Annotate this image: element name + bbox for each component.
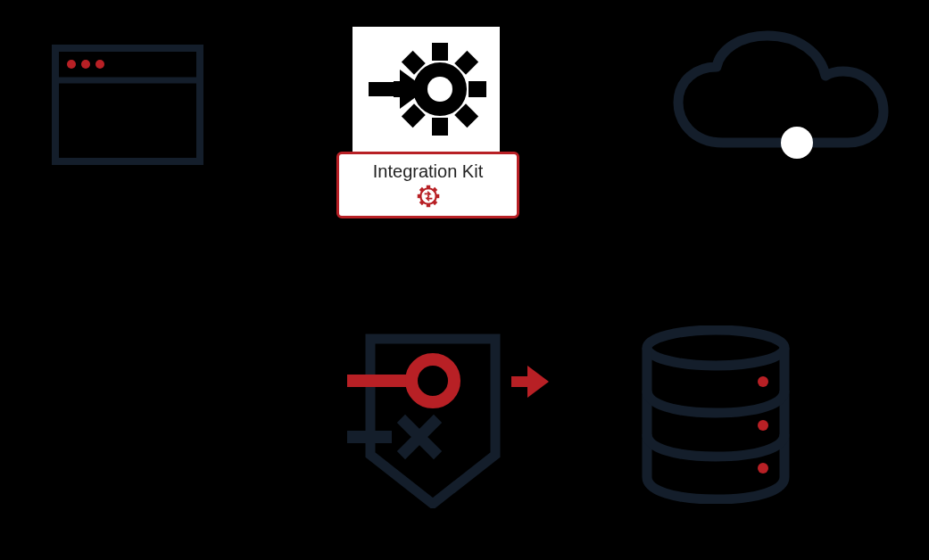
svg-rect-23 [419,200,424,205]
svg-rect-0 [55,48,200,161]
database-icon [638,325,794,504]
svg-rect-24 [432,200,437,205]
svg-point-37 [758,376,768,387]
svg-marker-33 [527,366,549,398]
integration-kit-label: Integration Kit [373,161,483,182]
svg-rect-32 [511,376,529,387]
svg-point-3 [81,60,90,69]
svg-rect-19 [426,203,429,207]
svg-point-38 [758,420,768,431]
svg-point-28 [411,359,454,402]
firewall-access-icon [344,330,553,508]
svg-point-39 [758,463,768,474]
svg-rect-21 [417,194,420,198]
svg-point-26 [781,127,813,159]
svg-rect-22 [432,187,437,193]
svg-rect-27 [347,375,414,387]
svg-rect-9 [469,81,486,97]
svg-rect-20 [435,194,438,198]
svg-rect-15 [369,82,404,96]
svg-rect-31 [347,431,392,443]
cloud-icon [665,27,892,169]
integration-kit-box: Integration Kit [336,152,519,218]
svg-point-4 [95,60,104,69]
integration-gear-icon [416,184,441,209]
svg-point-6 [427,77,452,102]
svg-point-34 [647,330,784,366]
svg-rect-8 [432,118,448,136]
browser-window-icon [52,45,203,165]
svg-rect-25 [419,187,424,193]
svg-rect-7 [432,43,448,61]
svg-rect-18 [426,185,429,189]
svg-point-2 [67,60,76,69]
gear-arrow-icon [353,27,500,152]
